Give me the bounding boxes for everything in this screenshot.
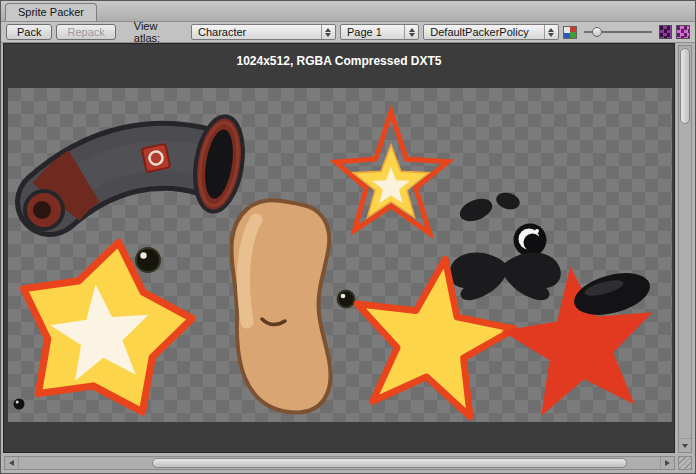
atlas-canvas: 1024x512, RGBA Compressed DXT5	[3, 43, 675, 453]
page-dropdown[interactable]: Page 1	[340, 24, 419, 40]
mip-slider-knob[interactable]	[592, 27, 602, 37]
tab-bar: Sprite Packer	[1, 1, 695, 22]
dropdown-arrows-icon	[321, 25, 335, 39]
cannon-sprite	[25, 113, 249, 229]
pack-button[interactable]: Pack	[6, 24, 52, 40]
vertical-scrollbar[interactable]	[678, 45, 692, 453]
star-burst-flower-sprite	[8, 228, 203, 418]
atlas-alpha-checker-icon[interactable]	[676, 25, 690, 39]
tab-sprite-packer[interactable]: Sprite Packer	[5, 3, 97, 21]
left-triangle-icon	[9, 460, 14, 466]
horizontal-scrollbar[interactable]	[4, 456, 675, 470]
view-atlas-label: View atlas:	[134, 20, 185, 44]
page-dropdown-value: Page 1	[341, 25, 404, 39]
tiny-dot-sprite	[14, 399, 25, 410]
bean-character-sprite	[231, 200, 330, 412]
atlas-info-text: 1024x512, RGBA Compressed DXT5	[4, 54, 674, 68]
scroll-left-button[interactable]	[5, 457, 19, 469]
toolbar: Pack Repack View atlas: Character Page 1…	[1, 22, 695, 43]
policy-dropdown-value: DefaultPackerPolicy	[424, 25, 543, 39]
tab-title: Sprite Packer	[18, 6, 84, 18]
dropdown-arrows-icon	[544, 25, 558, 39]
atlas-dropdown[interactable]: Character	[191, 24, 336, 40]
color-channels-icon[interactable]	[563, 26, 578, 39]
atlas-transparency-checker	[8, 88, 672, 422]
alpha-checker-icon[interactable]	[659, 25, 673, 39]
spiky-star-outline-sprite	[336, 112, 448, 233]
monocle-and-mustache-sprite	[449, 190, 561, 300]
mip-slider[interactable]	[584, 24, 652, 40]
dropdown-arrows-icon	[404, 25, 418, 39]
policy-dropdown[interactable]: DefaultPackerPolicy	[423, 24, 558, 40]
resize-grip[interactable]	[678, 456, 692, 470]
scroll-right-button[interactable]	[660, 457, 674, 469]
scroll-down-button[interactable]	[679, 438, 691, 452]
down-triangle-icon	[682, 444, 688, 448]
olive-sprite	[136, 248, 160, 272]
atlas-dropdown-value: Character	[192, 25, 321, 39]
small-olive-sprite	[338, 291, 355, 308]
sprite-packer-window: Sprite Packer Pack Repack View atlas: Ch…	[0, 0, 696, 474]
horizontal-scrollbar-thumb[interactable]	[152, 458, 627, 468]
right-triangle-icon	[665, 460, 670, 466]
atlas-sprites	[8, 88, 672, 422]
repack-button[interactable]: Repack	[56, 24, 115, 40]
vertical-scrollbar-thumb[interactable]	[680, 48, 690, 124]
